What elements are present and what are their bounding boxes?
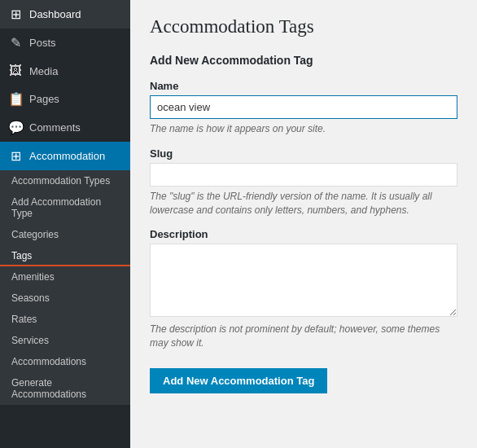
media-icon: 🖼 [8, 64, 23, 78]
slug-label: Slug [150, 147, 457, 160]
description-hint: The description is not prominent by defa… [150, 323, 457, 350]
sidebar-item-label: Comments [29, 121, 81, 134]
page-title: Accommodation Tags [150, 16, 457, 37]
sidebar-item-accommodation-types[interactable]: Accommodation Types [0, 170, 130, 191]
sidebar-item-accommodations[interactable]: Accommodations [0, 351, 130, 372]
sidebar-item-label: Dashboard [29, 8, 81, 20]
dashboard-icon: ⊞ [8, 7, 23, 22]
slug-hint: The "slug" is the URL-friendly version o… [150, 190, 457, 217]
add-tag-button[interactable]: Add New Accommodation Tag [150, 368, 327, 393]
sidebar-item-posts[interactable]: ✎ Posts [0, 29, 130, 57]
sidebar-item-media[interactable]: 🖼 Media [0, 57, 130, 85]
sidebar-item-comments[interactable]: 💬 Comments [0, 113, 130, 142]
name-hint: The name is how it appears on your site. [150, 122, 457, 136]
accommodation-icon: ⊞ [8, 148, 23, 164]
sidebar: ⊞ Dashboard ✎ Posts 🖼 Media 📋 Pages 💬 Co… [0, 0, 130, 448]
sidebar-item-add-accommodation-type[interactable]: Add Accommodation Type [0, 191, 130, 224]
description-input[interactable] [150, 244, 457, 317]
sidebar-item-label: Media [29, 65, 58, 77]
sidebar-item-generate-accommodations[interactable]: Generate Accommodations [0, 372, 130, 405]
description-label: Description [150, 228, 457, 240]
main-content: Accommodation Tags Add New Accommodation… [130, 0, 477, 448]
sidebar-item-pages[interactable]: 📋 Pages [0, 85, 130, 113]
sidebar-item-label: Pages [29, 93, 59, 105]
sidebar-item-dashboard[interactable]: ⊞ Dashboard [0, 0, 130, 29]
sidebar-item-accommodation[interactable]: ⊞ Accommodation [0, 142, 130, 170]
name-input[interactable] [150, 95, 457, 119]
description-group: Description The description is not promi… [150, 228, 457, 350]
sidebar-item-categories[interactable]: Categories [0, 224, 130, 245]
sidebar-item-seasons[interactable]: Seasons [0, 288, 130, 309]
sidebar-item-label: Posts [29, 37, 56, 49]
pages-icon: 📋 [8, 91, 23, 107]
form-section-title: Add New Accommodation Tag [150, 54, 457, 67]
posts-icon: ✎ [8, 35, 23, 51]
sidebar-item-rates[interactable]: Rates [0, 309, 130, 330]
name-label: Name [150, 80, 457, 92]
slug-group: Slug The "slug" is the URL-friendly vers… [150, 147, 457, 217]
sidebar-item-amenities[interactable]: Amenities [0, 266, 130, 288]
sidebar-item-services[interactable]: Services [0, 330, 130, 351]
sidebar-item-label: Accommodation [29, 150, 105, 162]
comments-icon: 💬 [8, 120, 23, 135]
name-group: Name The name is how it appears on your … [150, 80, 457, 136]
sidebar-item-tags[interactable]: Tags [0, 245, 130, 266]
slug-input[interactable] [150, 163, 457, 187]
accommodation-submenu: Accommodation Types Add Accommodation Ty… [0, 170, 130, 405]
